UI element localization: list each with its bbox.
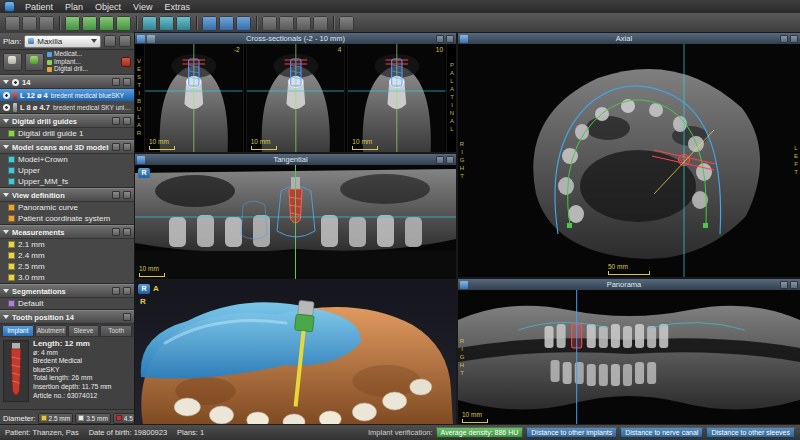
implant-tree-item[interactable]: L 8 ø 4.7 bredent medical SKY uni.fit Sc… <box>0 101 134 113</box>
collapse-arrow-icon[interactable] <box>3 193 9 197</box>
measure-angle-icon[interactable] <box>219 16 234 31</box>
menu-patient[interactable]: Patient <box>19 2 59 12</box>
cross-slice[interactable]: 1010 mm <box>347 44 447 152</box>
plan-select[interactable]: Maxilla <box>24 35 101 48</box>
panel-close-button[interactable] <box>123 117 131 125</box>
panel-collapse-button[interactable] <box>112 117 120 125</box>
implant-object-button[interactable] <box>3 53 22 71</box>
add-implant-icon[interactable] <box>65 16 80 31</box>
snapshot-icon[interactable] <box>137 156 145 164</box>
panel-collapse-button[interactable] <box>112 287 120 295</box>
menu-extras[interactable]: Extras <box>158 2 196 12</box>
panel-header[interactable]: Digital drill guides <box>0 114 134 128</box>
pin-view-icon[interactable] <box>780 281 788 289</box>
save-plan-icon[interactable] <box>39 16 54 31</box>
diameter-option[interactable]: 2.5 mm <box>38 413 74 424</box>
tab-tooth[interactable]: Tooth <box>100 325 132 337</box>
pin-view-icon[interactable] <box>436 35 444 43</box>
tooth-position-header[interactable]: Tooth position 14 <box>0 310 134 324</box>
object-row[interactable]: Digital dril... <box>47 66 118 73</box>
panel-close-button[interactable] <box>123 143 131 151</box>
diameter-option[interactable]: 3.5 mm <box>75 413 111 424</box>
tab-abutment[interactable]: Abutment <box>35 325 67 337</box>
segmentation-icon[interactable] <box>176 16 191 31</box>
panel-item[interactable]: 2.5 mm <box>0 261 134 272</box>
tab-implant[interactable]: Implant <box>2 325 34 337</box>
delete-object-button[interactable] <box>121 57 131 67</box>
visibility-eye-icon[interactable] <box>3 104 10 111</box>
panel-collapse-button[interactable] <box>112 143 120 151</box>
collapse-arrow-icon[interactable] <box>3 145 9 149</box>
panel-item[interactable]: Upper <box>0 165 134 176</box>
panel-header[interactable]: View definition <box>0 188 134 202</box>
panel-collapse-button[interactable] <box>112 228 120 236</box>
cross-view-canvas[interactable]: -210 mm410 mm1010 mm VESTIBULAR PALATINA… <box>135 44 456 152</box>
axial-view-canvas[interactable]: RIGHT LEFT 50 mm <box>458 44 800 277</box>
panel-item[interactable]: 3.0 mm <box>0 272 134 283</box>
panel-header[interactable]: Model scans and 3D models <box>0 140 134 154</box>
menu-view[interactable]: View <box>127 2 158 12</box>
panel-item[interactable]: Panoramic curve <box>0 202 134 213</box>
snapshot-icon[interactable] <box>460 35 468 43</box>
panel-item[interactable]: 2.1 mm <box>0 239 134 250</box>
cross-slice[interactable]: -210 mm <box>144 44 244 152</box>
panel-item[interactable]: Patient coordinate system <box>0 213 134 224</box>
snapshot-icon[interactable] <box>137 35 145 43</box>
panel-item[interactable]: Upper_MM_fs <box>0 176 134 187</box>
pan-view-icon[interactable] <box>262 16 277 31</box>
drill-guide-icon[interactable] <box>142 16 157 31</box>
diameter-option[interactable]: 4.5 mm <box>113 413 135 424</box>
collapse-arrow-icon[interactable] <box>3 315 9 319</box>
verification-button[interactable]: Distance to nerve canal <box>620 427 703 438</box>
settings-icon[interactable] <box>339 16 354 31</box>
view-3d-canvas[interactable]: R A R <box>135 281 456 425</box>
zoom-view-icon[interactable] <box>279 16 294 31</box>
collapse-arrow-icon[interactable] <box>3 230 9 234</box>
drill-guide-object-button[interactable] <box>25 53 44 71</box>
collapse-arrow-icon[interactable] <box>3 80 9 84</box>
pin-view-icon[interactable] <box>436 156 444 164</box>
object-row[interactable]: Medicat... <box>47 51 118 58</box>
visibility-eye-icon[interactable] <box>12 79 19 86</box>
panel-item[interactable]: 2.4 mm <box>0 250 134 261</box>
average-density-button[interactable]: Average density: 886 HU <box>436 427 524 438</box>
panel-item[interactable]: Digital drill guide 1 <box>0 128 134 139</box>
visibility-eye-icon[interactable] <box>3 92 10 99</box>
tab-sleeve[interactable]: Sleeve <box>68 325 100 337</box>
menu-plan[interactable]: Plan <box>59 2 89 12</box>
menu-object[interactable]: Object <box>89 2 127 12</box>
density-profile-icon[interactable] <box>236 16 251 31</box>
add-abutment-icon[interactable] <box>99 16 114 31</box>
collapse-arrow-icon[interactable] <box>3 289 9 293</box>
panel-close-button[interactable] <box>123 78 131 86</box>
reset-layout-icon[interactable] <box>313 16 328 31</box>
panel-collapse-button[interactable] <box>123 313 131 321</box>
model-scan-icon[interactable] <box>159 16 174 31</box>
rotate-3d-icon[interactable] <box>296 16 311 31</box>
verification-button[interactable]: Distance to other sleeves <box>706 427 795 438</box>
maximize-view-icon[interactable] <box>446 156 454 164</box>
panel-item[interactable]: Model+Crown <box>0 154 134 165</box>
maximize-view-icon[interactable] <box>446 35 454 43</box>
measure-distance-icon[interactable] <box>202 16 217 31</box>
open-plan-icon[interactable] <box>22 16 37 31</box>
tangential-view-canvas[interactable]: R 10 mm <box>135 165 456 279</box>
panel-header[interactable]: Segmentations <box>0 284 134 298</box>
implant-tree-item[interactable]: L 12 ø 4 bredent medical blueSKY <box>0 89 134 101</box>
panorama-view-canvas[interactable]: RIGHT 10 mm <box>458 290 800 425</box>
cross-slice[interactable]: 410 mm <box>246 44 346 152</box>
new-plan-icon[interactable] <box>5 16 20 31</box>
maximize-view-icon[interactable] <box>790 281 798 289</box>
pin-view-icon[interactable] <box>780 35 788 43</box>
verification-button[interactable]: Distance to other implants <box>526 427 617 438</box>
add-crown-icon[interactable] <box>116 16 131 31</box>
panel-close-button[interactable] <box>123 191 131 199</box>
snapshot-icon[interactable] <box>460 281 468 289</box>
panel-collapse-button[interactable] <box>112 78 120 86</box>
edit-plan-button[interactable] <box>104 35 116 47</box>
panel-close-button[interactable] <box>123 287 131 295</box>
maximize-view-icon[interactable] <box>790 35 798 43</box>
collapse-arrow-icon[interactable] <box>3 119 9 123</box>
panel-header[interactable]: Measurements <box>0 225 134 239</box>
panel-collapse-button[interactable] <box>112 191 120 199</box>
